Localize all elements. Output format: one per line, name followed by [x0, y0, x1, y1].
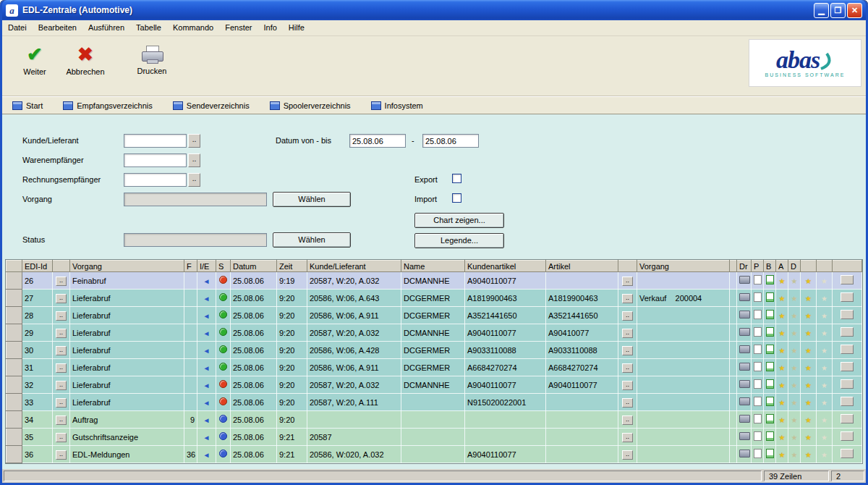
star-pale-icon[interactable]: ★: [821, 381, 827, 389]
row-detail-button[interactable]: ..: [56, 398, 67, 408]
row-lookup-button[interactable]: ..: [622, 450, 633, 460]
star-dim-icon[interactable]: ★: [791, 416, 798, 424]
edit-document-icon[interactable]: [766, 414, 774, 423]
star-yellow-icon[interactable]: ★: [779, 451, 786, 459]
row-header[interactable]: [7, 307, 22, 324]
star-dim-icon[interactable]: ★: [791, 347, 798, 355]
tab-empfangsverzeichnis[interactable]: Empfangsverzeichnis: [63, 101, 153, 110]
table-row[interactable]: 33..Lieferabruf◄25.08.069:2020587, W:20,…: [7, 394, 862, 411]
edit-document-icon[interactable]: [766, 431, 774, 441]
document-icon[interactable]: [754, 292, 762, 302]
status-waehlen-button[interactable]: Wählen: [273, 232, 351, 248]
tab-sendeverzeichnis[interactable]: Sendeverzeichnis: [173, 101, 250, 110]
table-row[interactable]: 31..Lieferabruf◄25.08.069:2020586, W:06,…: [7, 359, 862, 376]
tab-start[interactable]: Start: [12, 101, 43, 110]
star-yellow-icon[interactable]: ★: [779, 312, 786, 320]
chart-zeigen-button[interactable]: Chart zeigen...: [414, 213, 504, 228]
menu-item-ausfuhren[interactable]: Ausführen: [82, 20, 130, 35]
kunde-lieferant-lookup-button[interactable]: ..: [188, 134, 200, 148]
edit-document-icon[interactable]: [766, 379, 774, 389]
export-checkbox[interactable]: [452, 174, 461, 183]
row-lookup-button[interactable]: ..: [622, 363, 633, 373]
edit-document-icon[interactable]: [766, 362, 774, 371]
row-lookup-button[interactable]: ..: [622, 294, 633, 303]
column-header-name[interactable]: Name: [401, 261, 465, 272]
table-row[interactable]: 28..Lieferabruf◄25.08.069:2020586, W:06,…: [7, 307, 862, 324]
warenempfaenger-input[interactable]: [124, 153, 187, 167]
print-row-icon[interactable]: [739, 276, 750, 284]
column-header-blank[interactable]: [801, 261, 817, 272]
column-header-blank[interactable]: [730, 261, 737, 272]
menu-item-hilfe[interactable]: Hilfe: [283, 20, 310, 35]
column-header-vorgang[interactable]: Vorgang: [637, 261, 730, 272]
tab-spoolerverzeichnis[interactable]: Spoolerverzeichnis: [270, 101, 351, 110]
row-detail-button[interactable]: ..: [56, 294, 67, 303]
edit-document-icon[interactable]: [766, 345, 774, 354]
document-icon[interactable]: [754, 327, 762, 337]
row-lookup-button[interactable]: ..: [622, 416, 633, 425]
print-row-icon[interactable]: [739, 432, 750, 440]
row-header[interactable]: [7, 411, 22, 429]
star-yellow-icon[interactable]: ★: [805, 399, 812, 407]
tab-infosystem[interactable]: Infosystem: [371, 101, 423, 110]
document-icon[interactable]: [754, 414, 762, 423]
row-detail-button[interactable]: ..: [56, 329, 67, 338]
edit-document-icon[interactable]: [766, 310, 774, 319]
document-icon[interactable]: [754, 397, 762, 406]
star-yellow-icon[interactable]: ★: [779, 434, 786, 442]
row-lookup-button[interactable]: ..: [622, 277, 633, 286]
menu-item-tabelle[interactable]: Tabelle: [130, 20, 167, 35]
row-lookup-button[interactable]: ..: [622, 311, 633, 321]
star-yellow-icon[interactable]: ★: [805, 381, 812, 389]
row-header[interactable]: [7, 394, 22, 411]
star-pale-icon[interactable]: ★: [821, 399, 827, 407]
star-pale-icon[interactable]: ★: [821, 416, 827, 424]
star-dim-icon[interactable]: ★: [791, 277, 798, 285]
print-row-icon[interactable]: [739, 397, 750, 405]
table-row[interactable]: 35..Gutschriftsanzeige◄25.08.069:2120587…: [7, 429, 862, 446]
row-header[interactable]: [7, 324, 22, 342]
star-yellow-icon[interactable]: ★: [805, 434, 812, 442]
star-yellow-icon[interactable]: ★: [805, 347, 812, 355]
close-button[interactable]: ✕: [847, 3, 862, 18]
star-yellow-icon[interactable]: ★: [779, 399, 786, 407]
star-yellow-icon[interactable]: ★: [805, 364, 812, 372]
column-header-blank[interactable]: [7, 261, 22, 272]
warenempfaenger-lookup-button[interactable]: ..: [188, 153, 200, 167]
column-header-p[interactable]: P: [752, 261, 764, 272]
print-row-icon[interactable]: [739, 328, 750, 336]
star-yellow-icon[interactable]: ★: [779, 364, 786, 372]
edit-document-icon[interactable]: [766, 292, 774, 302]
column-header-datum[interactable]: Datum: [231, 261, 277, 272]
row-detail-button[interactable]: ..: [56, 311, 67, 321]
abbrechen-button[interactable]: ✖ Abbrechen: [60, 41, 111, 76]
star-pale-icon[interactable]: ★: [821, 434, 827, 442]
row-end-button[interactable]: [841, 310, 854, 319]
star-dim-icon[interactable]: ★: [791, 451, 798, 459]
print-row-icon[interactable]: [739, 311, 750, 319]
row-lookup-button[interactable]: ..: [622, 381, 633, 390]
edit-document-icon[interactable]: [766, 275, 774, 284]
star-yellow-icon[interactable]: ★: [779, 381, 786, 389]
star-yellow-icon[interactable]: ★: [805, 416, 812, 424]
document-icon[interactable]: [754, 362, 762, 371]
row-lookup-button[interactable]: ..: [622, 346, 633, 355]
datum-von-input[interactable]: [349, 134, 406, 148]
column-header-kunde-lieferant[interactable]: Kunde/Lieferant: [307, 261, 401, 272]
star-yellow-icon[interactable]: ★: [779, 416, 786, 424]
vorgang-waehlen-button[interactable]: Wählen: [273, 192, 351, 207]
vorgang-input[interactable]: [124, 193, 267, 206]
row-end-button[interactable]: [841, 397, 854, 406]
print-row-icon[interactable]: [739, 380, 750, 388]
column-header-blank[interactable]: [53, 261, 70, 272]
edit-document-icon[interactable]: [766, 327, 774, 337]
column-header-d[interactable]: D: [788, 261, 801, 272]
row-end-button[interactable]: [841, 379, 854, 389]
row-lookup-button[interactable]: ..: [622, 433, 633, 442]
row-lookup-button[interactable]: ..: [622, 329, 633, 338]
row-end-button[interactable]: [841, 275, 854, 284]
row-detail-button[interactable]: ..: [56, 416, 67, 425]
print-row-icon[interactable]: [739, 450, 750, 457]
star-yellow-icon[interactable]: ★: [805, 295, 812, 303]
row-header[interactable]: [7, 272, 22, 290]
